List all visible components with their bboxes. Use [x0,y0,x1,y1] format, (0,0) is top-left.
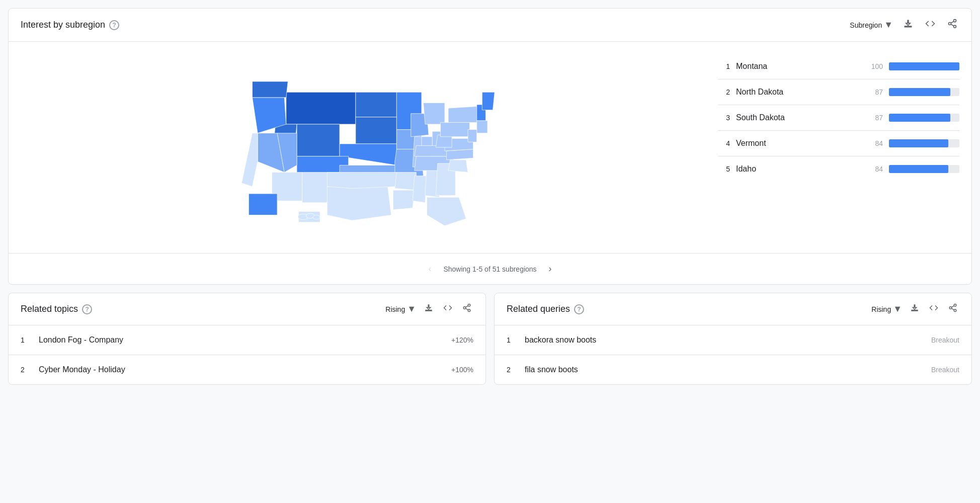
svg-point-8 [468,304,470,307]
bar-fill [889,139,948,147]
state-mississippi[interactable] [413,176,427,203]
state-michigan[interactable] [424,103,445,124]
state-wyoming[interactable] [297,124,340,156]
bar-fill [889,62,959,70]
related-queries-dropdown[interactable]: Rising ▼ [871,304,902,314]
rank-number: 1 [718,62,730,70]
related-query-item[interactable]: 2 fila snow boots Breakout [495,355,971,384]
state-maine[interactable] [482,92,495,110]
us-map [213,62,505,233]
interest-help-icon[interactable]: ? [109,20,119,30]
rank-value: 100 [867,62,883,70]
svg-point-1 [949,23,951,25]
svg-point-15 [954,309,956,312]
bar-container [889,88,959,96]
query-rank: 2 [507,366,517,374]
interest-title-group: Interest by subregion ? [21,20,119,30]
state-north-dakota[interactable] [356,92,396,117]
interest-header: Interest by subregion ? Subregion ▼ [9,9,971,42]
state-texas[interactable] [327,187,391,220]
state-montana[interactable] [286,92,356,124]
svg-line-11 [465,308,468,310]
bar-container [889,165,959,173]
rank-number: 5 [718,165,730,173]
topic-value: +120% [451,336,473,344]
state-california[interactable] [241,133,258,187]
rank-number: 4 [718,139,730,147]
bar-container [889,62,959,70]
query-name: fila snow boots [525,365,923,374]
prev-page-button[interactable]: ‹ [424,262,435,276]
ranking-item[interactable]: 3 South Dakota 87 [718,105,959,131]
state-mid-atlantic[interactable] [468,130,477,142]
state-oklahoma[interactable] [327,173,396,189]
ranking-list: 1 Montana 100 2 North Dakota 87 3 South … [718,54,959,182]
interest-section-title: Interest by subregion [21,20,105,30]
rank-value: 87 [867,88,883,96]
rank-value: 87 [867,114,883,122]
ranking-item[interactable]: 4 Vermont 84 [718,131,959,156]
svg-point-0 [954,20,956,22]
next-page-button[interactable]: › [545,262,556,276]
svg-point-13 [954,304,956,307]
state-south-carolina[interactable] [448,160,468,173]
related-topic-item[interactable]: 1 London Fog - Company +120% [9,325,485,355]
state-north-carolina[interactable] [447,149,473,160]
map-container [9,50,710,245]
related-topics-card: Related topics ? Rising ▼ [8,293,486,385]
related-topic-item[interactable]: 2 Cyber Monday - Holiday +100% [9,355,485,384]
ranking-item[interactable]: 1 Montana 100 [718,54,959,79]
svg-point-14 [949,307,952,309]
query-value: Breakout [931,336,959,344]
state-arkansas[interactable] [395,173,417,190]
svg-line-16 [951,308,954,310]
related-topics-help-icon[interactable]: ? [82,304,92,314]
state-south-dakota[interactable] [356,117,396,144]
related-queries-share-icon[interactable] [946,301,959,317]
rank-name: Montana [736,62,861,71]
svg-line-12 [465,306,468,307]
rank-value: 84 [867,139,883,147]
state-louisiana[interactable] [393,190,415,210]
related-topics-share-icon[interactable] [460,301,473,317]
share-icon[interactable] [945,17,959,33]
ranking-item[interactable]: 5 Idaho 84 [718,156,959,182]
svg-point-7 [313,215,320,220]
related-queries-controls: Rising ▼ [871,301,959,317]
related-topics-filter-label: Rising [385,305,405,313]
state-alaska[interactable] [249,194,277,215]
state-new-england[interactable] [477,121,487,133]
rank-value: 84 [867,165,883,173]
download-icon[interactable] [901,17,915,33]
svg-line-4 [951,21,954,23]
ranking-item[interactable]: 2 North Dakota 87 [718,79,959,105]
related-queries-title: Related queries [507,304,570,314]
related-queries-card: Related queries ? Rising ▼ [494,293,972,385]
pagination-row: ‹ Showing 1-5 of 51 subregions › [9,253,971,284]
related-queries-help-icon[interactable]: ? [574,304,584,314]
dropdown-arrow-icon: ▼ [884,20,893,30]
svg-point-9 [463,307,466,309]
rank-name: Vermont [736,139,861,148]
related-queries-embed-icon[interactable] [927,301,940,317]
state-florida[interactable] [427,197,466,226]
state-new-york[interactable] [448,107,478,123]
rank-name: South Dakota [736,113,861,122]
topic-rank: 1 [21,336,31,344]
related-query-item[interactable]: 1 backora snow boots Breakout [495,325,971,355]
related-queries-dropdown-arrow: ▼ [893,304,902,314]
related-queries-download-icon[interactable] [908,301,921,317]
svg-line-17 [951,306,954,307]
rank-name: North Dakota [736,88,861,97]
state-washington[interactable] [253,81,288,98]
svg-point-2 [954,25,956,28]
related-topics-download-icon[interactable] [422,301,435,317]
related-topics-list: 1 London Fog - Company +120% 2 Cyber Mon… [9,325,485,384]
bar-fill [889,165,948,173]
related-topics-dropdown[interactable]: Rising ▼ [385,304,416,314]
related-topics-embed-icon[interactable] [441,301,454,317]
state-pennsylvania[interactable] [441,122,470,136]
subregion-dropdown[interactable]: Subregion ▼ [850,20,893,30]
related-queries-list: 1 backora snow boots Breakout 2 fila sno… [495,325,971,384]
embed-icon[interactable] [923,17,937,33]
